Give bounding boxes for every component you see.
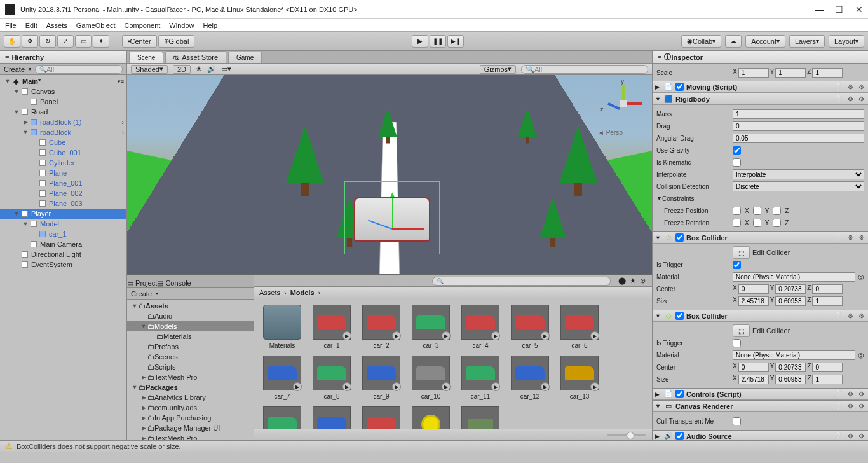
menu-assets[interactable]: Assets [46, 22, 67, 29]
breadcrumb-item[interactable]: Assets [259, 289, 280, 296]
hierarchy-item[interactable]: Main Camera [0, 239, 126, 249]
menu-gameobject[interactable]: GameObject [76, 22, 116, 29]
scene-search[interactable]: 🔍All [521, 65, 648, 74]
scale-y[interactable] [775, 68, 806, 78]
asset-item[interactable]: ▶car_6 [558, 305, 601, 349]
folder[interactable]: 🗀 Prefabs [127, 342, 254, 352]
tab-scene[interactable]: Scene [129, 52, 163, 63]
folder[interactable]: ▼🗀 Assets [127, 301, 254, 311]
folder[interactable]: 🗀 Materials [127, 331, 254, 342]
tab-game[interactable]: Game [228, 52, 262, 63]
rect-tool[interactable]: ▭ [75, 35, 92, 48]
rotate-tool[interactable]: ↻ [39, 35, 56, 48]
asset-item[interactable]: Materials [261, 305, 304, 349]
asset-item[interactable]: ▶car_10 [409, 356, 452, 400]
folder[interactable]: ▶🗀 TextMesh Pro [127, 372, 254, 382]
hierarchy-item[interactable]: Plane [0, 168, 126, 178]
hierarchy-item[interactable]: EventSystem [0, 259, 126, 270]
project-create[interactable]: Create [131, 290, 152, 298]
hierarchy-create[interactable]: Create [4, 66, 25, 73]
interpolate-dropdown[interactable]: Interpolate [733, 169, 864, 179]
component-box-collider[interactable]: ▼◇Box Collider❔⚙⚙ [653, 232, 868, 244]
step-button[interactable]: ▶❚ [447, 35, 464, 48]
drag-field[interactable] [733, 121, 864, 131]
local-global-toggle[interactable]: ⊕ Global [158, 35, 195, 48]
help-icon[interactable]: ❔ [834, 83, 844, 90]
hierarchy-item[interactable]: ▼Model [0, 219, 126, 229]
mass-field[interactable] [733, 109, 864, 119]
fx-icon[interactable]: ▭▾ [221, 65, 231, 73]
menu-window[interactable]: Window [169, 22, 194, 29]
filter-icon[interactable]: ★ [630, 277, 636, 285]
hierarchy-item[interactable]: ▼Canvas [0, 86, 126, 97]
asset-item[interactable]: ▶car_5 [508, 305, 552, 349]
material-field[interactable] [733, 272, 855, 282]
scene-root[interactable]: ▼◆Main*▾≡ [0, 76, 126, 86]
hierarchy-item[interactable]: ▼Road [0, 107, 126, 117]
2d-toggle[interactable]: 2D [173, 65, 191, 74]
is-trigger-check[interactable] [733, 261, 741, 269]
shading-dropdown[interactable]: Shaded ▾ [131, 65, 168, 74]
layout-dropdown[interactable]: Layout ▾ [829, 35, 864, 48]
folder[interactable]: ▶🗀 com.unity.ads [127, 403, 254, 413]
collision-dropdown[interactable]: Discrete [733, 181, 864, 191]
component-controls[interactable]: ▶📄Controls (Script)❔⚙⚙ [653, 389, 868, 400]
edit-collider-button[interactable]: ⬚ [733, 246, 750, 259]
asset-item[interactable]: ▶car_4 [459, 305, 502, 349]
hierarchy-item[interactable]: Cube_001 [0, 148, 126, 158]
audio-icon[interactable]: 🔊 [207, 65, 216, 73]
asset-item[interactable]: ▶car_12 [508, 356, 552, 400]
pivot-center-toggle[interactable]: ▪ Center [122, 35, 157, 48]
menu-file[interactable]: File [5, 22, 17, 29]
minimize-button[interactable]: — [815, 4, 822, 15]
scene-view[interactable]: y z [127, 75, 652, 275]
edit-collider-button[interactable]: ⬚ [733, 324, 750, 337]
is-kinematic-check[interactable] [733, 158, 741, 167]
hierarchy-item[interactable]: Panel [0, 97, 126, 107]
folder-models[interactable]: ▼🗀 Models [127, 321, 254, 331]
project-search[interactable]: 🔍 [432, 277, 611, 286]
angular-drag-field[interactable] [733, 134, 864, 143]
tab-console[interactable]: ▤ Console [157, 279, 191, 287]
tab-project[interactable]: ▭ Project [127, 279, 157, 287]
folder[interactable]: ▼🗀 Packages [127, 382, 254, 392]
close-button[interactable]: ✕ [855, 4, 863, 15]
asset-item[interactable]: ▶car_8 [310, 356, 353, 400]
layers-dropdown[interactable]: Layers ▾ [789, 35, 825, 48]
asset-item[interactable]: ▶coin [409, 406, 452, 429]
folder[interactable]: 🗀 Scenes [127, 352, 254, 362]
object-picker-icon[interactable]: ◎ [858, 273, 864, 281]
hand-tool[interactable]: ✋ [4, 35, 20, 48]
component-rigidbody[interactable]: ▼🟦Rigidbody❔⚙⚙ [653, 93, 868, 105]
menu-icon[interactable]: ⚙ [857, 83, 865, 90]
filter-icon[interactable]: ⊘ [640, 277, 646, 285]
asset-item[interactable]: ▶car_15 [310, 406, 353, 429]
menu-edit[interactable]: Edit [25, 22, 37, 29]
transform-tool[interactable]: ✦ [93, 35, 109, 48]
component-audio-source[interactable]: ▶🔊Audio Source❔⚙⚙ [653, 431, 868, 440]
filter-icon[interactable]: ⬤ [618, 277, 626, 285]
asset-item[interactable]: ▶car_13 [558, 356, 601, 400]
asset-item[interactable]: ▶car_9 [360, 356, 403, 400]
hierarchy-item[interactable]: ▼roadBlock› [0, 127, 126, 137]
folder[interactable]: ▶🗀 Package Manager UI [127, 423, 254, 433]
hierarchy-item[interactable]: Directional Light [0, 249, 126, 259]
hierarchy-item[interactable]: ▶roadBlock (1)› [0, 117, 126, 127]
asset-item[interactable]: ▶car_3 [409, 305, 452, 349]
folder[interactable]: ▶🗀 In App Purchasing [127, 413, 254, 423]
play-button[interactable]: ▶ [412, 35, 428, 48]
asset-item[interactable]: ▶car_14 [261, 406, 304, 429]
breadcrumb-item[interactable]: Models [290, 289, 315, 296]
folder[interactable]: 🗀 Audio [127, 311, 254, 321]
asset-item[interactable]: ▶car_7 [261, 356, 304, 400]
asset-item[interactable]: ▶car_1 [310, 305, 353, 349]
inspector-tab[interactable]: ⓘ Inspector [653, 51, 868, 64]
maximize-button[interactable]: ☐ [835, 4, 843, 15]
hierarchy-item[interactable]: Plane_002 [0, 188, 126, 198]
folder[interactable]: ▶🗀 Analytics Library [127, 392, 254, 403]
hierarchy-item-player[interactable]: ▼Player [0, 209, 126, 219]
asset-item[interactable]: ▶car_11 [459, 356, 502, 400]
scale-tool[interactable]: ⤢ [57, 35, 74, 48]
asset-item[interactable]: ▶car_2 [360, 305, 403, 349]
view-gizmo[interactable]: y z [604, 85, 642, 123]
